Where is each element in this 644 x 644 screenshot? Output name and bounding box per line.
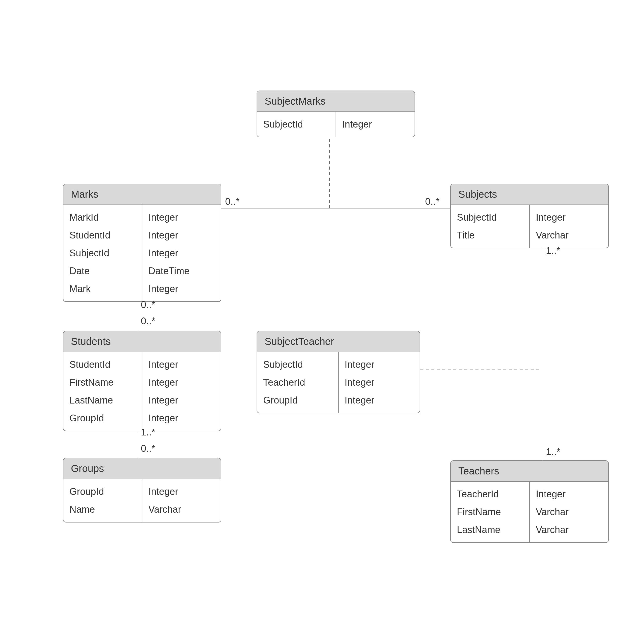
field-name: Mark xyxy=(69,280,136,298)
field-type: Varchar xyxy=(536,521,602,539)
cardinality-label: 0..* xyxy=(141,443,155,454)
field-type: Integer xyxy=(148,391,215,409)
field-type: DateTime xyxy=(148,262,215,280)
entity-teachers: Teachers TeacherId FirstName LastName In… xyxy=(450,460,609,543)
field-name: TeacherId xyxy=(263,374,332,391)
field-name: Title xyxy=(457,226,523,244)
field-type: Integer xyxy=(148,356,215,374)
cardinality-label: 0..* xyxy=(425,196,439,207)
field-type: Integer xyxy=(536,209,602,226)
cardinality-label: 1..* xyxy=(141,427,155,438)
entity-subjectteacher: SubjectTeacher SubjectId TeacherId Group… xyxy=(257,331,420,413)
entity-groups: Groups GroupId Name Integer Varchar xyxy=(63,458,221,522)
entity-header: Teachers xyxy=(451,461,608,482)
field-type: Varchar xyxy=(536,503,602,521)
field-type: Integer xyxy=(345,374,414,391)
field-name: Date xyxy=(69,262,136,280)
field-type: Integer xyxy=(345,391,414,409)
field-type: Integer xyxy=(148,226,215,244)
entity-subjects: Subjects SubjectId Title Integer Varchar xyxy=(450,184,609,248)
field-type: Integer xyxy=(148,483,215,501)
field-name: StudentId xyxy=(69,226,136,244)
entity-header: Marks xyxy=(63,184,221,205)
entity-subjectmarks: SubjectMarks SubjectId Integer xyxy=(257,91,415,137)
field-name: Name xyxy=(69,501,136,518)
field-type: Integer xyxy=(148,209,215,226)
entity-header: Students xyxy=(63,331,221,352)
entity-header: SubjectMarks xyxy=(257,91,415,112)
field-type: Integer xyxy=(342,115,409,133)
field-type: Integer xyxy=(148,244,215,262)
field-name: SubjectId xyxy=(457,209,523,226)
cardinality-label: 1..* xyxy=(546,245,560,256)
field-type: Integer xyxy=(536,485,602,503)
field-name: TeacherId xyxy=(457,485,523,503)
field-type: Integer xyxy=(148,374,215,391)
field-name: LastName xyxy=(457,521,523,539)
field-type: Varchar xyxy=(536,226,602,244)
field-name: GroupId xyxy=(69,409,136,427)
field-type: Integer xyxy=(148,409,215,427)
field-name: SubjectId xyxy=(263,115,330,133)
field-name: GroupId xyxy=(69,483,136,501)
field-name: LastName xyxy=(69,391,136,409)
field-type: Integer xyxy=(148,280,215,298)
field-type: Varchar xyxy=(148,501,215,518)
entity-header: SubjectTeacher xyxy=(257,331,420,352)
entity-header: Subjects xyxy=(451,184,608,205)
field-name: SubjectId xyxy=(69,244,136,262)
field-name: GroupId xyxy=(263,391,332,409)
cardinality-label: 1..* xyxy=(546,447,560,457)
cardinality-label: 0..* xyxy=(141,299,155,310)
cardinality-label: 0..* xyxy=(225,196,239,207)
cardinality-label: 0..* xyxy=(141,316,155,327)
field-type: Integer xyxy=(345,356,414,374)
field-name: FirstName xyxy=(457,503,523,521)
entity-header: Groups xyxy=(63,458,221,479)
entity-marks: Marks MarkId StudentId SubjectId Date Ma… xyxy=(63,184,221,302)
field-name: FirstName xyxy=(69,374,136,391)
field-name: SubjectId xyxy=(263,356,332,374)
entity-students: Students StudentId FirstName LastName Gr… xyxy=(63,331,221,431)
field-name: MarkId xyxy=(69,209,136,226)
field-name: StudentId xyxy=(69,356,136,374)
